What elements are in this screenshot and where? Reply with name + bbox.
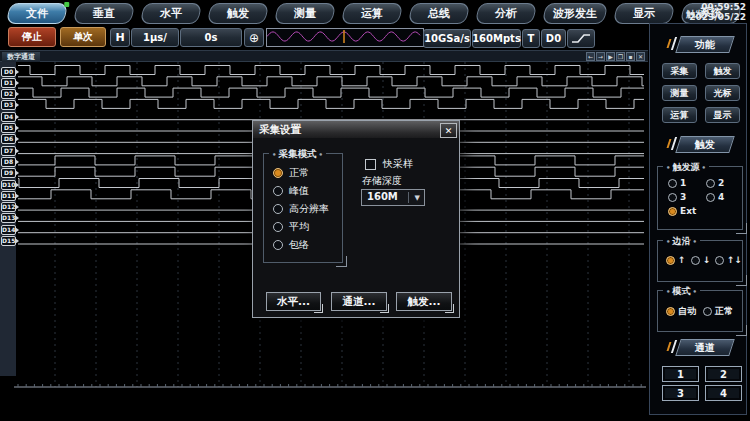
mode-option-自动[interactable]: 自动 [666,305,696,318]
menu-item-7[interactable]: 分析 [474,3,537,24]
trigger-source-group-label: 触发源 [663,161,709,174]
edge-option-↑↓[interactable]: ↑↓ [715,255,742,265]
menu-item-6[interactable]: 总线 [407,3,470,24]
mode-option-正常[interactable]: 正常 [703,305,733,318]
menu-indicator-dot [64,2,69,7]
radio-icon [273,204,283,214]
menu-item-0[interactable]: 文件 [5,3,68,24]
option-label: 3 [680,192,686,202]
function-button-4[interactable]: 运算 [662,107,697,123]
menu-item-9[interactable]: 显示 [612,3,675,24]
radio-icon [706,179,715,188]
channel-label-D10[interactable]: D10 [1,180,16,190]
play-icon[interactable]: ▶ [606,52,615,61]
channel-label-D12[interactable]: D12 [1,202,16,212]
waveform-preview[interactable] [266,28,424,47]
channel-label-D7[interactable]: D7 [1,146,16,156]
clock: 09:59:52 2023/05/22 [689,2,746,22]
trigger-source-option-1[interactable]: 1 [668,178,686,188]
radio-icon [668,207,677,216]
channel-label-D5[interactable]: D5 [1,123,16,133]
close-icon[interactable]: ✕ [440,123,457,138]
menu-item-3[interactable]: 触发 [206,3,269,24]
trigger-source-option-4[interactable]: 4 [706,192,724,202]
channel-label-D15[interactable]: D15 [1,236,16,246]
trace-D3 [18,99,644,108]
menu-item-4[interactable]: 测量 [273,3,336,24]
mode-option-3[interactable]: 平均 [273,220,309,234]
menu-item-8[interactable]: 波形发生 [541,3,608,24]
channel-label-D2[interactable]: D2 [1,89,16,99]
radio-icon [273,168,283,178]
menu-item-1[interactable]: 垂直 [72,3,135,24]
horizontal-button[interactable]: H [110,28,130,47]
channel-label-D3[interactable]: D3 [1,100,16,110]
edge-option-↓[interactable]: ↓ [691,255,711,265]
menu-item-label: 测量 [294,6,316,21]
radio-icon [666,307,675,316]
digital-channels-tab[interactable]: 数字通道 [2,52,40,62]
option-label: ↑ [678,255,686,265]
channel-settings-button[interactable]: 通道... [331,292,387,311]
minimize-icon[interactable]: ▪ [626,52,635,61]
function-button-5[interactable]: 显示 [705,107,740,123]
channel-label-D11[interactable]: D11 [1,191,16,201]
channel-button-1[interactable]: 1 [662,366,699,382]
horizontal-settings-button[interactable]: 水平... [266,292,321,311]
radio-icon [666,256,675,265]
menu-item-label: 运算 [361,6,383,21]
acquisition-mode-label: 采集模式 [269,148,326,161]
trigger-source-option-2[interactable]: 2 [706,178,724,188]
memory-depth-button[interactable]: 160Mpts [472,29,521,48]
restore-icon[interactable]: ❐ [616,52,625,61]
option-label: 自动 [678,305,696,318]
mode-option-label: 平均 [289,220,309,234]
channel-label-D1[interactable]: D1 [1,78,16,88]
channel-label-D0[interactable]: D0 [1,67,16,77]
channel-button-2[interactable]: 2 [705,366,742,382]
channel-label-D9[interactable]: D9 [1,168,16,178]
timebase-button[interactable]: 1μs/ [131,28,179,47]
menu-item-label: 总线 [428,6,450,21]
fast-sample-checkbox[interactable]: 快采样 [365,157,413,171]
channel-label-D6[interactable]: D6 [1,134,16,144]
close-icon[interactable]: ✕ [636,52,645,61]
function-button-3[interactable]: 光标 [705,85,740,101]
menu-item-5[interactable]: 运算 [340,3,403,24]
radio-icon [668,179,677,188]
function-button-1[interactable]: 触发 [705,63,740,79]
horizontal-offset-button[interactable]: 0s [180,28,242,47]
mode-option-4[interactable]: 包络 [273,238,309,252]
stop-button[interactable]: 停止 [8,27,56,47]
trigger-source-button[interactable]: D0 [541,29,566,48]
option-label: 1 [680,178,686,188]
mode-option-0[interactable]: 正常 [273,166,309,180]
zoom-icon[interactable]: ⊕ [244,28,264,47]
function-button-0[interactable]: 采集 [662,63,697,79]
right-arrow-icon[interactable]: → [596,52,605,61]
trigger-source-option-Ext[interactable]: Ext [668,206,696,216]
edge-option-↑[interactable]: ↑ [666,255,686,265]
left-arrow-icon[interactable]: ← [586,52,595,61]
function-button-2[interactable]: 测量 [662,85,697,101]
channel-label-D8[interactable]: D8 [1,157,16,167]
channel-label-D4[interactable]: D4 [1,112,16,122]
trigger-source-option-3[interactable]: 3 [668,192,686,202]
channel-label-D14[interactable]: D14 [1,225,16,235]
edge-slope-button[interactable] [567,29,595,48]
channel-button-3[interactable]: 3 [662,385,699,401]
radio-icon [691,256,700,265]
menu-item-2[interactable]: 水平 [139,3,202,24]
channel-button-4[interactable]: 4 [705,385,742,401]
single-button[interactable]: 单次 [60,27,106,47]
sample-rate-button[interactable]: 10GSa/s [423,29,471,48]
trigger-settings-button[interactable]: 触发... [396,292,452,311]
window-controls: ←→▶❐▪✕ [586,52,645,61]
trigger-t-button[interactable]: T [522,29,540,48]
memory-depth-dropdown[interactable]: 160M ▼ [361,189,425,206]
channel-header: 通道 [675,339,735,356]
fast-sample-label: 快采样 [383,157,413,171]
mode-option-2[interactable]: 高分辨率 [273,202,329,216]
channel-label-D13[interactable]: D13 [1,213,16,223]
mode-option-1[interactable]: 峰值 [273,184,309,198]
